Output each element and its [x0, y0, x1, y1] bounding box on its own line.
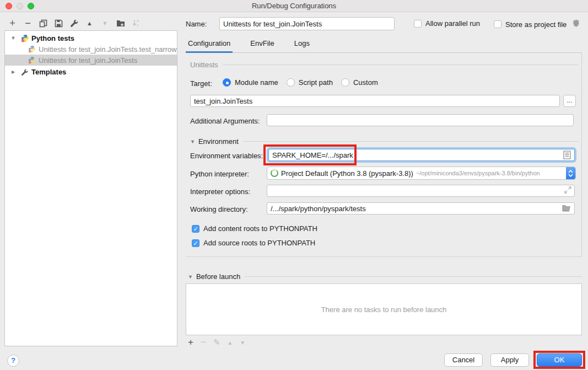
add-content-roots-checkbox[interactable]: ✓ — [192, 225, 199, 233]
no-tasks-message: There are no tasks to run before launch — [321, 305, 447, 314]
collapse-section-icon[interactable]: ▼ — [188, 274, 193, 280]
before-launch-section-title: Before launch — [196, 272, 240, 281]
name-label: Name: — [186, 20, 207, 28]
configurations-tree: ▼ Python tests Unittests for test_join.J… — [4, 30, 177, 346]
environment-variables-input[interactable] — [268, 149, 575, 161]
ok-button[interactable]: OK — [537, 353, 582, 367]
environment-variables-label: Environment variables: — [190, 152, 263, 160]
configurations-toolbar: + − ▲ ▼ az — [8, 17, 141, 29]
radio-module-name-label: Module name — [235, 78, 278, 87]
copy-configuration-icon[interactable] — [39, 19, 48, 28]
before-launch-section-header[interactable]: ▼ Before launch — [188, 272, 582, 281]
edit-task-icon[interactable]: ✎ — [213, 337, 220, 347]
python-interpreter-label: Python interpreter: — [190, 170, 249, 178]
unittest-config-icon — [28, 45, 36, 53]
tab-logs[interactable]: Logs — [292, 39, 312, 52]
unittest-config-icon — [28, 56, 36, 65]
move-up-icon[interactable]: ▲ — [85, 19, 94, 28]
remove-task-icon[interactable]: − — [201, 337, 206, 348]
cancel-button[interactable]: Cancel — [444, 353, 483, 367]
unittests-group-header: Unittests — [190, 61, 579, 69]
tab-envfile[interactable]: EnvFile — [248, 39, 276, 52]
add-source-roots-checkbox[interactable]: ✓ — [192, 239, 199, 247]
store-settings-gear-icon[interactable] — [572, 19, 580, 29]
svg-text:a: a — [137, 19, 139, 23]
remove-configuration-icon[interactable]: − — [23, 19, 33, 28]
name-input[interactable] — [219, 17, 395, 30]
target-radio-group: Module name Script path Custom — [223, 78, 378, 87]
collapse-arrow-icon[interactable]: ▼ — [10, 35, 17, 41]
radio-script-path[interactable] — [287, 78, 295, 87]
additional-arguments-input[interactable] — [267, 114, 574, 126]
add-source-roots-label: Add source roots to PYTHONPATH — [203, 239, 315, 247]
radio-custom-label: Custom — [353, 78, 378, 87]
add-task-icon[interactable]: + — [188, 337, 193, 348]
add-source-roots-option[interactable]: ✓ Add source roots to PYTHONPATH — [192, 239, 315, 247]
tree-item-python-tests[interactable]: ▼ Python tests — [5, 33, 177, 44]
add-configuration-icon[interactable]: + — [8, 19, 17, 28]
tree-item-unittests-jointests-selected[interactable]: Unittests for test_join.JoinTests — [5, 55, 177, 66]
radio-script-path-label: Script path — [299, 78, 333, 87]
additional-arguments-label: Additional Arguments: — [190, 117, 260, 125]
apply-button[interactable]: Apply — [490, 353, 529, 367]
add-content-roots-label: Add content roots to PYTHONPATH — [203, 224, 317, 233]
tree-item-label: Python tests — [31, 34, 74, 42]
move-task-down-icon[interactable]: ▼ — [240, 340, 245, 346]
edit-templates-icon[interactable] — [69, 19, 79, 28]
python-interpreter-select[interactable]: Project Default (Python 3.8 (pyspark-3.8… — [267, 167, 576, 180]
radio-custom[interactable] — [341, 78, 349, 87]
store-as-project-file-option[interactable]: Store as project file — [494, 19, 580, 29]
move-down-icon[interactable]: ▼ — [100, 19, 110, 28]
store-as-project-file-label: Store as project file — [505, 20, 567, 29]
target-input[interactable] — [190, 95, 560, 107]
working-directory-label: Working directory: — [190, 205, 248, 213]
tree-item-label: Unittests for test_join.JoinTests — [39, 56, 137, 65]
title-bar: Run/Debug Configurations — [0, 0, 588, 12]
target-label: Target: — [190, 79, 212, 88]
settings-tabbar: Configuration EnvFile Logs — [186, 37, 582, 53]
unittests-group-title: Unittests — [190, 61, 218, 69]
python-interpreter-path: ~/opt/miniconda3/envs/pyspark-3.8/bin/py… — [416, 170, 540, 176]
group-divider — [243, 141, 579, 142]
interpreter-options-input[interactable] — [267, 185, 575, 197]
edit-environment-variables-icon[interactable] — [563, 151, 571, 161]
svg-text:z: z — [137, 23, 138, 27]
python-tests-icon — [21, 34, 29, 42]
group-divider — [223, 65, 579, 65]
radio-module-name[interactable] — [223, 78, 231, 87]
browse-folder-icon[interactable] — [562, 204, 571, 213]
browse-target-button[interactable]: ... — [563, 95, 576, 107]
move-task-up-icon[interactable]: ▲ — [227, 340, 233, 346]
expand-arrow-icon[interactable]: ▶ — [10, 69, 17, 74]
expand-field-icon[interactable] — [564, 186, 571, 195]
tree-item-label: Templates — [31, 68, 66, 76]
select-stepper-icon[interactable] — [566, 167, 575, 179]
sort-alphabetically-icon[interactable]: az — [131, 19, 141, 28]
group-divider — [245, 276, 582, 277]
allow-parallel-run-option[interactable]: Allow parallel run — [414, 19, 480, 28]
python-interpreter-value: Project Default (Python 3.8 (pyspark-3.8… — [281, 169, 413, 178]
save-configuration-icon[interactable] — [54, 19, 63, 28]
environment-section-title: Environment — [198, 137, 239, 146]
environment-section-header[interactable]: ▼ Environment — [190, 137, 579, 146]
tree-item-templates[interactable]: ▶ Templates — [5, 66, 177, 77]
collapse-section-icon[interactable]: ▼ — [190, 139, 195, 144]
new-folder-icon[interactable] — [116, 19, 125, 28]
allow-parallel-run-label: Allow parallel run — [425, 19, 480, 28]
before-launch-toolbar: + − ✎ ▲ ▼ — [188, 337, 245, 348]
add-content-roots-option[interactable]: ✓ Add content roots to PYTHONPATH — [192, 224, 317, 233]
store-as-project-file-checkbox[interactable] — [494, 20, 501, 28]
tab-configuration[interactable]: Configuration — [186, 39, 233, 52]
before-launch-tasks-panel: There are no tasks to run before launch — [186, 283, 582, 335]
help-button[interactable]: ? — [7, 355, 19, 367]
window-title: Run/Debug Configurations — [0, 2, 588, 10]
tree-item-label: Unittests for test_join.JoinTests.test_n… — [39, 45, 177, 53]
tree-item-unittests-test-narrow[interactable]: Unittests for test_join.JoinTests.test_n… — [5, 44, 177, 55]
templates-icon — [21, 68, 29, 77]
interpreter-options-label: Interpreter options: — [190, 187, 250, 196]
allow-parallel-run-checkbox[interactable] — [414, 20, 422, 28]
working-directory-input[interactable] — [267, 202, 575, 215]
conda-environment-icon — [271, 169, 278, 177]
